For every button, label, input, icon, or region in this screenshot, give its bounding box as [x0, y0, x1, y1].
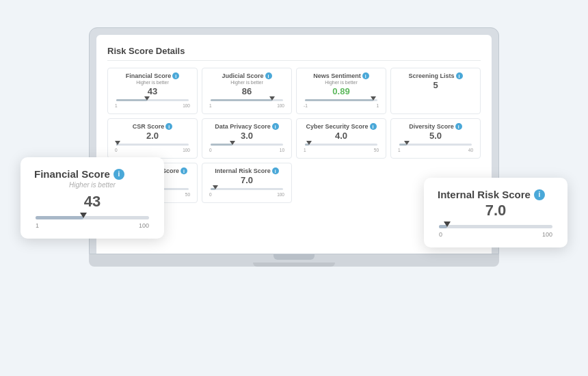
slider-min-csr: 0 — [115, 148, 118, 152]
slider-labels-cyber-security: 1 50 — [302, 148, 380, 152]
score-card-cyber-security: Cyber Security Score i 4.0 1 50 — [296, 118, 386, 159]
slider-track-cyber-security[interactable] — [305, 144, 377, 146]
score-value-screening-lists: 5 — [397, 80, 475, 90]
float-left-info-icon[interactable]: i — [113, 169, 124, 180]
score-card-title-diversity: Diversity Score i — [397, 123, 475, 130]
slider-max-financial: 100 — [183, 103, 190, 108]
float-right-info-icon[interactable]: i — [534, 189, 545, 200]
slider-max-cyber-security: 50 — [374, 148, 379, 152]
slider-max-diversity: 40 — [468, 148, 473, 152]
score-card-title-screening-lists: Screening Lists i — [397, 72, 475, 79]
float-right-slider-labels: 0 100 — [438, 231, 554, 238]
float-left-value: 43 — [34, 193, 150, 211]
slider-thumb-news-sentiment — [371, 96, 376, 100]
slider-fill-financial — [116, 99, 147, 101]
slider-thumb-data-privacy — [230, 141, 235, 145]
score-card-title-cyber-security: Cyber Security Score i — [302, 123, 380, 130]
info-icon-csr[interactable]: i — [165, 123, 172, 130]
score-card-title-news-sentiment: News Sentiment i — [302, 72, 380, 79]
slider-min-data-privacy: 0 — [209, 148, 212, 152]
slider-labels-judicial: 1 100 — [208, 103, 286, 108]
slider-min-cyber-security: 1 — [304, 148, 306, 152]
slider-thumb-diversity — [404, 141, 410, 145]
score-subtitle-news-sentiment: Higher is better — [302, 80, 380, 85]
float-right-min: 0 — [439, 231, 442, 238]
slider-thumb-internal-risk — [213, 185, 218, 189]
score-subtitle-judicial: Higher is better — [208, 80, 286, 85]
laptop-notch — [273, 254, 315, 260]
float-left-title: Financial Score i — [34, 168, 150, 180]
slider-labels-news-sentiment: -1 1 — [302, 103, 380, 108]
info-icon-screening-lists[interactable]: i — [456, 72, 463, 79]
score-value-internal-risk: 7.0 — [208, 175, 286, 185]
slider-labels-csr: 0 100 — [113, 148, 191, 152]
score-value-financial: 43 — [113, 86, 191, 96]
float-left-slider-labels: 1 100 — [34, 222, 150, 229]
score-value-judicial: 86 — [208, 86, 286, 96]
slider-labels-financial: 1 100 — [113, 103, 191, 108]
info-icon-data-privacy[interactable]: i — [272, 123, 279, 130]
laptop-base — [89, 254, 499, 267]
slider-min-financial: 1 — [115, 103, 118, 108]
score-value-data-privacy: 3.0 — [208, 131, 286, 141]
slider-fill-judicial — [211, 99, 272, 101]
info-icon-internal-risk[interactable]: i — [272, 167, 279, 174]
float-left-slider-track[interactable] — [36, 216, 149, 219]
float-right-slider-track[interactable] — [439, 225, 552, 228]
score-card-judicial: Judicial Score i Higher is better 86 1 1… — [202, 68, 292, 114]
slider-min-diversity: 1 — [398, 148, 401, 152]
scene: Risk Score Details Financial Score i Hig… — [21, 14, 567, 362]
slider-thumb-judicial — [269, 96, 275, 100]
info-icon-judicial[interactable]: i — [265, 72, 272, 79]
float-left-title-text: Financial Score — [34, 168, 110, 180]
slider-thumb-financial — [144, 96, 150, 100]
slider-max-news-sentiment: 1 — [376, 103, 379, 108]
score-card-title-judicial: Judicial Score i — [208, 72, 286, 79]
score-value-diversity: 5.0 — [397, 131, 475, 141]
slider-track-internal-risk[interactable] — [211, 188, 283, 190]
slider-max-csr: 100 — [183, 148, 190, 152]
slider-labels-data-privacy: 0 10 — [208, 148, 286, 152]
info-icon-financial[interactable]: i — [172, 72, 179, 79]
score-value-cyber-security: 4.0 — [302, 131, 380, 141]
slider-track-diversity[interactable] — [399, 144, 472, 146]
slider-max-environmental: 50 — [185, 192, 190, 197]
float-right-value: 7.0 — [438, 202, 554, 219]
slider-fill-news-sentiment — [305, 99, 373, 101]
info-icon-environmental[interactable]: i — [181, 167, 187, 174]
slider-thumb-csr — [115, 141, 120, 145]
float-left-subtitle: Higher is better — [34, 181, 150, 189]
info-icon-cyber-security[interactable]: i — [370, 123, 377, 130]
float-left-max: 100 — [139, 222, 149, 229]
slider-track-csr[interactable] — [116, 144, 189, 146]
slider-min-internal-risk: 0 — [209, 192, 212, 197]
slider-track-judicial[interactable] — [211, 99, 283, 101]
slider-max-internal-risk: 100 — [277, 192, 284, 197]
dashboard-title: Risk Score Details — [107, 46, 481, 61]
slider-track-news-sentiment[interactable] — [305, 99, 377, 101]
slider-max-data-privacy: 10 — [280, 148, 284, 152]
slider-track-data-privacy[interactable] — [211, 144, 283, 146]
score-card-title-internal-risk: Internal Risk Score i — [208, 167, 286, 174]
slider-track-financial[interactable] — [116, 99, 189, 101]
score-card-internal-risk: Internal Risk Score i 7.0 0 100 — [202, 163, 292, 203]
score-card-csr: CSR Score i 2.0 0 100 — [107, 118, 198, 159]
float-right-max: 100 — [542, 231, 552, 238]
float-card-internal-risk: Internal Risk Score i 7.0 0 100 — [424, 178, 567, 247]
score-card-title-financial: Financial Score i — [113, 72, 191, 79]
float-left-slider-thumb — [80, 213, 87, 218]
float-right-title: Internal Risk Score i — [438, 189, 554, 200]
score-card-screening-lists: Screening Lists i 5 — [390, 68, 481, 114]
score-value-csr: 2.0 — [113, 131, 191, 141]
slider-max-judicial: 100 — [277, 103, 284, 108]
float-right-title-text: Internal Risk Score — [438, 189, 531, 200]
slider-min-news-sentiment: -1 — [304, 103, 308, 108]
score-card-financial: Financial Score i Higher is better 43 1 … — [107, 68, 198, 114]
score-subtitle-financial: Higher is better — [113, 80, 191, 85]
score-card-diversity: Diversity Score i 5.0 1 40 — [390, 118, 481, 159]
float-left-min: 1 — [36, 222, 39, 229]
info-icon-diversity[interactable]: i — [455, 123, 462, 130]
score-card-news-sentiment: News Sentiment i Higher is better 0.89 -… — [296, 68, 386, 114]
float-right-slider-thumb — [444, 221, 451, 227]
info-icon-news-sentiment[interactable]: i — [362, 72, 369, 79]
